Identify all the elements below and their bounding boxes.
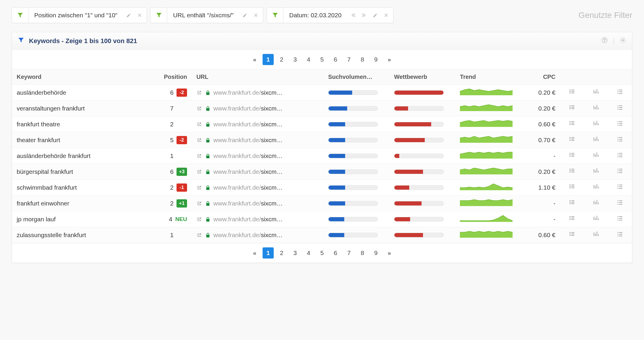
list-icon[interactable] (616, 88, 624, 95)
list-icon[interactable] (616, 120, 624, 127)
page-1[interactable]: 1 (263, 247, 274, 259)
page-first[interactable]: « (249, 247, 260, 259)
col-position[interactable]: Position (138, 69, 192, 85)
close-icon[interactable] (251, 13, 263, 18)
page-7[interactable]: 7 (343, 54, 354, 65)
detail-icon[interactable] (568, 136, 576, 143)
external-link-icon[interactable] (196, 200, 202, 206)
detail-icon[interactable] (568, 231, 576, 238)
external-link-icon[interactable] (196, 106, 202, 111)
keyword-cell[interactable]: zulassungsstelle frankfurt (12, 227, 138, 243)
detail-icon[interactable] (568, 167, 576, 174)
page-3[interactable]: 3 (290, 54, 301, 65)
url-text[interactable]: www.frankfurt.de/sixcm… (213, 105, 283, 112)
list-icon[interactable] (616, 167, 624, 174)
external-link-icon[interactable] (196, 90, 202, 96)
edit-icon[interactable] (239, 13, 251, 18)
chart-icon[interactable] (592, 136, 600, 143)
list-icon[interactable] (616, 104, 624, 111)
list-icon[interactable] (616, 215, 624, 222)
external-link-icon[interactable] (196, 137, 202, 143)
url-text[interactable]: www.frankfurt.de/sixcm… (213, 137, 283, 144)
page-2[interactable]: 2 (276, 54, 287, 65)
url-text[interactable]: www.frankfurt.de/sixcm… (213, 232, 283, 239)
url-text[interactable]: www.frankfurt.de/sixcm… (213, 216, 283, 223)
date-next-icon[interactable] (359, 13, 370, 18)
col-trend[interactable]: Trend (455, 69, 521, 85)
external-link-icon[interactable] (196, 153, 202, 159)
col-competition[interactable]: Wettbewerb (389, 69, 455, 85)
list-icon[interactable] (616, 152, 624, 159)
close-icon[interactable] (381, 13, 393, 18)
page-5[interactable]: 5 (316, 54, 328, 65)
page-last[interactable]: » (384, 54, 395, 65)
edit-icon[interactable] (123, 13, 134, 18)
col-url[interactable]: URL (192, 69, 323, 85)
list-icon[interactable] (616, 199, 624, 206)
page-9[interactable]: 9 (370, 247, 381, 259)
keyword-cell[interactable]: ausländerbehörde (12, 85, 138, 101)
keyword-cell[interactable]: ausländerbehörde frankfurt (12, 148, 138, 164)
close-icon[interactable] (134, 13, 147, 18)
url-text[interactable]: www.frankfurt.de/sixcm… (213, 184, 283, 191)
keyword-cell[interactable]: schwimmbad frankfurt (12, 180, 138, 195)
gear-icon[interactable] (620, 37, 626, 45)
url-text[interactable]: www.frankfurt.de/sixcm… (213, 152, 283, 159)
col-volume[interactable]: Suchvolumen… (323, 69, 389, 85)
detail-icon[interactable] (568, 88, 576, 95)
page-last[interactable]: » (384, 247, 395, 259)
url-text[interactable]: www.frankfurt.de/sixcm… (213, 121, 283, 128)
list-icon[interactable] (616, 231, 624, 238)
page-9[interactable]: 9 (370, 54, 381, 65)
keyword-cell[interactable]: frankfurt theatre (12, 116, 138, 132)
volume-bar (328, 122, 378, 127)
url-text[interactable]: www.frankfurt.de/sixcm… (213, 168, 283, 175)
keyword-cell[interactable]: frankfurt einwohner (12, 195, 138, 211)
page-6[interactable]: 6 (330, 54, 341, 65)
external-link-icon[interactable] (196, 232, 202, 238)
page-6[interactable]: 6 (330, 247, 341, 259)
chart-icon[interactable] (592, 88, 600, 95)
url-text[interactable]: www.frankfurt.de/sixcm… (213, 200, 283, 207)
detail-icon[interactable] (568, 215, 576, 222)
keyword-cell[interactable]: veranstaltungen frankfurt (12, 101, 138, 116)
page-8[interactable]: 8 (357, 54, 368, 65)
chart-icon[interactable] (592, 104, 600, 111)
detail-icon[interactable] (568, 120, 576, 127)
col-keyword[interactable]: Keyword (12, 69, 138, 85)
edit-icon[interactable] (370, 13, 381, 18)
chart-icon[interactable] (592, 199, 600, 206)
page-4[interactable]: 4 (303, 247, 314, 259)
page-2[interactable]: 2 (276, 247, 287, 259)
page-3[interactable]: 3 (290, 247, 301, 259)
chart-icon[interactable] (592, 215, 600, 222)
chart-icon[interactable] (592, 167, 600, 174)
date-prev-icon[interactable] (347, 13, 359, 18)
detail-icon[interactable] (568, 152, 576, 159)
keyword-cell[interactable]: jp morgan lauf (12, 211, 138, 227)
list-icon[interactable] (616, 183, 624, 190)
chart-icon[interactable] (592, 231, 600, 238)
external-link-icon[interactable] (196, 169, 202, 175)
detail-icon[interactable] (568, 199, 576, 206)
keyword-cell[interactable]: bürgerspital frankfurt (12, 164, 138, 180)
page-7[interactable]: 7 (343, 247, 354, 259)
url-text[interactable]: www.frankfurt.de/sixcm… (213, 89, 283, 96)
page-1[interactable]: 1 (263, 54, 274, 65)
chart-icon[interactable] (592, 152, 600, 159)
page-4[interactable]: 4 (303, 54, 314, 65)
chart-icon[interactable] (592, 183, 600, 190)
col-cpc[interactable]: CPC (521, 69, 560, 85)
help-icon[interactable] (601, 37, 608, 45)
external-link-icon[interactable] (196, 185, 202, 191)
detail-icon[interactable] (568, 183, 576, 190)
keyword-cell[interactable]: theater frankfurt (12, 132, 138, 148)
page-first[interactable]: « (249, 54, 260, 65)
page-5[interactable]: 5 (316, 247, 328, 259)
external-link-icon[interactable] (196, 216, 202, 222)
detail-icon[interactable] (568, 104, 576, 111)
chart-icon[interactable] (592, 120, 600, 127)
external-link-icon[interactable] (196, 121, 202, 127)
list-icon[interactable] (616, 136, 624, 143)
page-8[interactable]: 8 (357, 247, 368, 259)
